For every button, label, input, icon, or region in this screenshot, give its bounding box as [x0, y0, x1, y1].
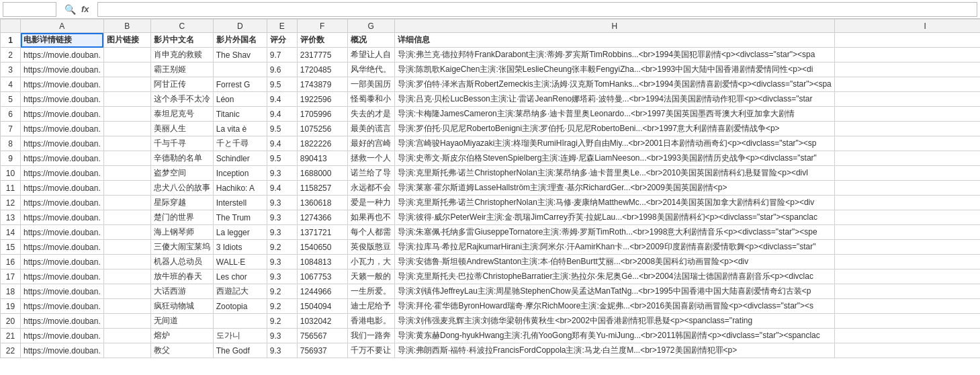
cell[interactable]: 도가니	[213, 329, 267, 343]
formula-input[interactable]	[97, 2, 977, 17]
cell[interactable]	[834, 136, 980, 151]
cell[interactable]: 9.3	[267, 196, 297, 210]
cell[interactable]: 爱是一种力	[347, 196, 394, 210]
cell[interactable]: 星际穿越	[150, 196, 213, 210]
cell[interactable]: 1922596	[297, 92, 347, 107]
cell[interactable]: 电影详情链接	[21, 33, 104, 48]
cell[interactable]: 导演:刘伟强麦兆辉主演:刘德华梁朝伟黄秋生<br>2002中国香港剧情犯罪悬疑<…	[394, 314, 834, 329]
cell[interactable]: https://movie.douban.	[21, 343, 104, 358]
cell[interactable]: Forrest G	[213, 77, 267, 92]
row-header-8[interactable]: 8	[1, 136, 21, 151]
cell[interactable]: 9.3	[267, 225, 297, 240]
cell[interactable]	[103, 122, 150, 136]
cell[interactable]	[103, 225, 150, 240]
cell[interactable]: 1158257	[297, 181, 347, 196]
cell[interactable]	[834, 33, 980, 48]
cell[interactable]: 2317775	[297, 48, 347, 62]
cell[interactable]: 疯狂动物城	[150, 299, 213, 314]
cell[interactable]: 每个人都需	[347, 225, 394, 240]
cell[interactable]: 三傻大闹宝莱坞	[150, 240, 213, 255]
cell[interactable]: 9.5	[267, 122, 297, 136]
cell[interactable]: https://movie.douban.	[21, 166, 104, 181]
cell[interactable]: https://movie.douban.	[21, 122, 104, 136]
cell[interactable]: 迪士尼给予	[347, 299, 394, 314]
cell[interactable]: 9.4	[267, 92, 297, 107]
cell[interactable]: 9.3	[267, 255, 297, 269]
cell[interactable]: 导演:黄东赫Dong-hyukHwang主演:孔侑YooGong郑有美Yu-mi…	[394, 329, 834, 343]
col-header-a[interactable]: A	[21, 19, 104, 33]
cell[interactable]	[103, 284, 150, 299]
cell[interactable]: 导演:史蒂文·斯皮尔伯格StevenSpielberg主演:连姆·尼森LiamN…	[394, 151, 834, 166]
cell[interactable]: https://movie.douban.	[21, 210, 104, 225]
cell[interactable]: La vita è	[213, 122, 267, 136]
cell[interactable]: https://movie.douban.	[21, 136, 104, 151]
cell[interactable]: 9.7	[267, 48, 297, 62]
cell[interactable]: Inception	[213, 166, 267, 181]
cell[interactable]	[103, 269, 150, 284]
cell[interactable]	[213, 62, 267, 77]
col-header-h[interactable]: H	[394, 19, 834, 33]
col-header-e[interactable]: E	[267, 19, 297, 33]
cell[interactable]: 熔炉	[150, 329, 213, 343]
cell[interactable]: https://movie.douban.	[21, 299, 104, 314]
cell[interactable]	[834, 299, 980, 314]
cell[interactable]: 西遊記大	[213, 284, 267, 299]
col-header-i[interactable]: I	[834, 19, 980, 33]
cell[interactable]: 导演:克里斯托弗·诺兰ChristopherNolan主演:莱昂纳多·迪卡普里奥…	[394, 166, 834, 181]
cell[interactable]: 1067753	[297, 269, 347, 284]
cell[interactable]: 1743879	[297, 77, 347, 92]
cell[interactable]	[103, 255, 150, 269]
cell[interactable]: 9.4	[267, 136, 297, 151]
cell[interactable]: 1688000	[297, 166, 347, 181]
row-header-15[interactable]: 15	[1, 240, 21, 255]
cell[interactable]: https://movie.douban.	[21, 225, 104, 240]
row-header-17[interactable]: 17	[1, 269, 21, 284]
cell[interactable]: https://movie.douban.	[21, 284, 104, 299]
cell[interactable]: 9.2	[267, 314, 297, 329]
cell[interactable]	[103, 299, 150, 314]
cell[interactable]	[834, 92, 980, 107]
cell[interactable]: https://movie.douban.	[21, 240, 104, 255]
cell[interactable]: https://movie.douban.	[21, 269, 104, 284]
cell[interactable]: https://movie.douban.	[21, 255, 104, 269]
cell[interactable]	[834, 329, 980, 343]
cell[interactable]: La legger	[213, 225, 267, 240]
cell[interactable]: 天籁一般的	[347, 269, 394, 284]
cell[interactable]: 影片中文名	[150, 33, 213, 48]
cell[interactable]: https://movie.douban.	[21, 107, 104, 122]
cell[interactable]: 导演:刘镇伟JeffreyLau主演:周星驰StephenChow吴孟达ManT…	[394, 284, 834, 299]
row-header-12[interactable]: 12	[1, 196, 21, 210]
row-header-6[interactable]: 6	[1, 107, 21, 122]
cell[interactable]: 永远都不会	[347, 181, 394, 196]
cell[interactable]: 9.2	[267, 284, 297, 299]
cell[interactable]: 756937	[297, 343, 347, 358]
cell[interactable]: 评价数	[297, 33, 347, 48]
cell[interactable]: 1705996	[297, 107, 347, 122]
cell[interactable]: 大话西游	[150, 284, 213, 299]
cell[interactable]: 导演:彼得·威尔PeterWeir主演:金·凯瑞JimCarrey乔芙·拉妮La…	[394, 210, 834, 225]
cell[interactable]	[834, 62, 980, 77]
cell[interactable]: 导演:朱塞佩·托纳多雷GiuseppeTornatore主演:蒂姆·罗斯TimR…	[394, 225, 834, 240]
cell[interactable]: 楚门的世界	[150, 210, 213, 225]
cell[interactable]: Interstell	[213, 196, 267, 210]
cell[interactable]: https://movie.douban.	[21, 151, 104, 166]
row-header-5[interactable]: 5	[1, 92, 21, 107]
cell[interactable]	[103, 151, 150, 166]
cell[interactable]: 导演:拉库马·希拉尼RajkumarHirani主演:阿米尔·汗AamirKha…	[394, 240, 834, 255]
cell[interactable]: Hachiko: A	[213, 181, 267, 196]
cell[interactable]: 导演:吕克·贝松LucBesson主演:让·雷诺JeanReno娜塔莉·波特曼.…	[394, 92, 834, 107]
cell[interactable]: 评分	[267, 33, 297, 48]
cell[interactable]: Zootopia	[213, 299, 267, 314]
row-header-7[interactable]: 7	[1, 122, 21, 136]
row-header-20[interactable]: 20	[1, 314, 21, 329]
cell[interactable]: 阿甘正传	[150, 77, 213, 92]
cell[interactable]: 最好的宫崎	[347, 136, 394, 151]
cell[interactable]: 导演:弗朗西斯·福特·科波拉FrancisFordCoppola主演:马龙·白兰…	[394, 343, 834, 358]
row-header-10[interactable]: 10	[1, 166, 21, 181]
row-header-9[interactable]: 9	[1, 151, 21, 166]
cell[interactable]: 9.4	[267, 107, 297, 122]
cell[interactable]	[834, 77, 980, 92]
cell[interactable]: 导演:陈凯歌KaigeChen主演:张国荣LeslieCheung张丰毅Feng…	[394, 62, 834, 77]
row-header-4[interactable]: 4	[1, 77, 21, 92]
cell[interactable]: 小瓦力，大	[347, 255, 394, 269]
